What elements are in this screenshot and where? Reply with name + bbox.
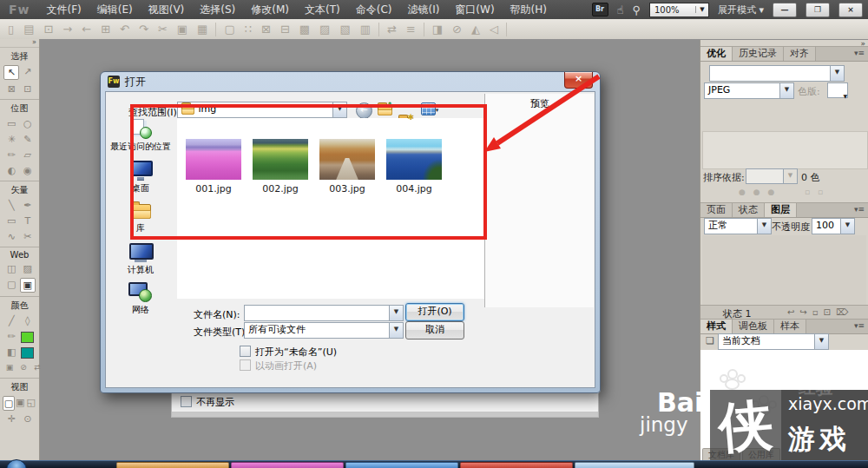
new-layer-icon[interactable]: ⊡ [824, 307, 836, 317]
dialog-close-button[interactable]: × [564, 72, 593, 89]
back-nav-button[interactable]: ← [356, 102, 372, 119]
align-icon[interactable]: ≡ [406, 23, 416, 36]
menu-file[interactable]: 文件(F) [39, 3, 89, 17]
minimize-button[interactable]: — [773, 3, 797, 17]
dont-show-again-checkbox[interactable] [181, 396, 192, 407]
default-colors-icon[interactable]: ▣ [3, 361, 16, 374]
pointer-tool[interactable]: ↖ [3, 65, 19, 80]
duplicate-state-icon[interactable]: ↪ [799, 307, 812, 317]
views-menu-button[interactable]: ▾ [418, 102, 441, 115]
print-icon[interactable]: ⊞ [101, 23, 110, 36]
paste-attributes-icon[interactable]: ◨ [432, 23, 443, 36]
hand-tool[interactable]: ✛ [4, 412, 18, 425]
taskbar-item-3[interactable] [345, 462, 458, 468]
bridge-icon[interactable]: Br [592, 3, 608, 16]
stroke-color-swatch[interactable] [21, 330, 35, 343]
crop-tool[interactable]: ⊡ [21, 82, 35, 96]
show-slices-tool[interactable]: ▣ [20, 278, 36, 293]
no-color-icon[interactable]: ⊘ [16, 361, 30, 374]
file-item-003[interactable]: 003.jpg [319, 139, 376, 194]
panel-collapse-button[interactable]: » [0, 39, 39, 48]
fill-color-swatch[interactable] [21, 346, 35, 359]
styles-source-select[interactable]: 当前文档 ▼ [718, 333, 829, 350]
stamp-tool[interactable]: ◉ [21, 164, 35, 177]
up-one-level-button[interactable]: ↑ [377, 102, 392, 115]
brush-tool[interactable]: ✎ [21, 133, 35, 146]
dialog-titlebar[interactable]: Fw 打开 [101, 72, 600, 91]
distribute-to-states-icon[interactable]: ↩ [787, 307, 799, 317]
send-backward-icon[interactable]: ▧ [339, 23, 350, 36]
menu-text[interactable]: 文本(T) [297, 3, 348, 17]
swap-icon[interactable]: ⇄ [387, 23, 397, 36]
taskbar-item-4[interactable] [460, 462, 573, 468]
pencil-tool[interactable]: ✏ [4, 148, 18, 161]
scale-tool[interactable]: ⊠ [4, 82, 18, 96]
tab-layers[interactable]: 图层 [765, 203, 797, 217]
panel-menu-icon[interactable]: ▾≡ [850, 320, 868, 333]
filename-input[interactable]: ▼ [244, 305, 404, 321]
tab-history[interactable]: 历史记录 [733, 47, 784, 61]
open-as-untitled-checkbox[interactable] [240, 346, 251, 357]
hand-tool-icon[interactable]: ☝ [617, 3, 624, 16]
menu-select[interactable]: 选择(S) [192, 3, 243, 17]
menu-edit[interactable]: 编辑(E) [89, 3, 141, 17]
rectangle-tool[interactable]: ▭ [4, 214, 18, 227]
stroke-color-icon[interactable]: ✏ [4, 330, 18, 343]
ungroup-icon[interactable]: ⊟ [280, 23, 290, 36]
taskbar-item-1[interactable] [116, 462, 229, 468]
taskbar-item-5[interactable] [575, 462, 694, 468]
place-recent[interactable]: 最近访问的位置 [106, 118, 175, 153]
text-tool[interactable]: T [21, 214, 35, 227]
undo-icon[interactable]: ↶ [120, 23, 129, 36]
bring-forward-icon[interactable]: ▨ [319, 23, 330, 36]
file-item-002[interactable]: 002.jpg [252, 139, 309, 194]
hotspot-tool[interactable]: ◫ [4, 262, 18, 275]
menu-help[interactable]: 帮助(H) [503, 3, 555, 17]
eraser-tool[interactable]: ▱ [21, 148, 35, 161]
menu-filters[interactable]: 滤镜(I) [399, 3, 447, 17]
hide-slices-tool[interactable]: ▢ [4, 278, 18, 291]
flip-horizontal-icon[interactable]: ◭ [471, 23, 480, 36]
place-libraries[interactable]: 库 [106, 200, 175, 234]
knife-tool[interactable]: ✂ [21, 230, 35, 243]
export-icon[interactable]: ← [82, 23, 91, 36]
bring-front-icon[interactable]: ▩ [299, 23, 310, 36]
cut-icon[interactable]: ✂ [158, 23, 168, 36]
menu-window[interactable]: 窗口(W) [447, 3, 502, 17]
flip-vertical-icon[interactable]: ◁ [490, 23, 498, 36]
place-computer[interactable]: 计算机 [106, 241, 175, 276]
line-tool[interactable]: ╲ [4, 199, 18, 212]
find-replace-icon[interactable]: ⊘ [452, 23, 462, 36]
delete-layer-icon[interactable]: ⌦ [836, 307, 853, 317]
freeform-tool[interactable]: ∿ [4, 230, 18, 243]
taskbar-item-2[interactable] [231, 462, 344, 468]
menu-modify[interactable]: 修改(M) [243, 3, 297, 17]
fill-color-icon[interactable]: ◧ [4, 346, 18, 359]
eyedropper-tool[interactable]: ╱ [4, 314, 18, 327]
open-icon[interactable]: ⊡ [43, 23, 53, 36]
filetype-select[interactable]: 所有可读文件 ▼ [244, 322, 404, 339]
tab-align[interactable]: 对齐 [784, 47, 816, 61]
tab-palette[interactable]: 调色板 [733, 320, 774, 333]
marquee-tool[interactable]: ▭ [4, 117, 18, 130]
matte-color-swatch[interactable]: ▼ [827, 82, 848, 98]
open-button[interactable]: 打开(O) [405, 303, 464, 321]
zoom-tool[interactable]: ⊙ [21, 412, 35, 425]
redo-icon[interactable]: ↷ [139, 23, 148, 36]
send-back-icon[interactable]: ▥ [360, 23, 371, 36]
file-item-001[interactable]: 001.jpg [185, 139, 242, 194]
blank-state-icon[interactable]: ▫ [812, 307, 824, 317]
file-item-004[interactable]: 004.jpg [385, 139, 443, 194]
zoom-tool-icon[interactable]: ⚲ [632, 3, 641, 16]
slice-icon[interactable]: ▢ [224, 23, 234, 36]
close-button[interactable]: × [838, 3, 863, 17]
lookin-select[interactable]: img ▼ [177, 102, 347, 118]
save-icon[interactable]: ▤ [23, 23, 34, 36]
menu-commands[interactable]: 命令(C) [348, 3, 400, 17]
paint-bucket-tool[interactable]: ◊ [21, 314, 35, 327]
layers-list-area[interactable] [702, 235, 866, 305]
cancel-button[interactable]: 取消 [405, 321, 464, 339]
subselection-tool[interactable]: ↗ [21, 65, 35, 78]
place-network[interactable]: 网络 [106, 281, 175, 316]
blur-tool[interactable]: ◐ [4, 164, 18, 177]
